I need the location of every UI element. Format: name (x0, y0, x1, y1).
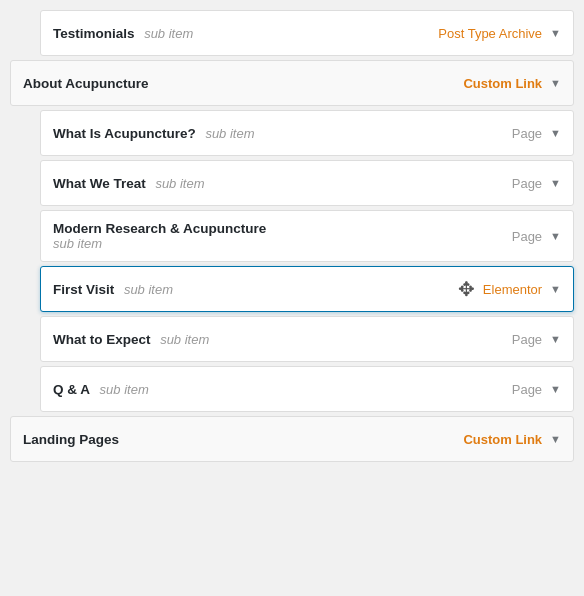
item-label: sub item (152, 176, 205, 191)
item-label: sub item (141, 26, 194, 41)
menu-container: Testimonials sub item Post Type Archive … (10, 10, 574, 462)
menu-item-modern-research[interactable]: Modern Research & Acupuncture sub item P… (40, 210, 574, 262)
item-content: What Is Acupuncture? sub item Page ▼ (53, 126, 561, 141)
item-type: Elementor (483, 282, 542, 297)
item-label: sub item (157, 332, 210, 347)
item-type: Page (512, 382, 542, 397)
item-type: Page (512, 126, 542, 141)
item-title: Testimonials (53, 26, 135, 41)
item-type: Custom Link (463, 76, 542, 91)
item-content: Testimonials sub item Post Type Archive … (53, 26, 561, 41)
chevron-down-icon[interactable]: ▼ (550, 333, 561, 345)
item-type: Custom Link (463, 432, 542, 447)
item-content: Modern Research & Acupuncture sub item P… (53, 221, 561, 251)
item-label: sub item (96, 382, 149, 397)
item-type: Post Type Archive (438, 26, 542, 41)
item-label: sub item (120, 282, 173, 297)
menu-item-testimonials[interactable]: Testimonials sub item Post Type Archive … (40, 10, 574, 56)
item-title: What to Expect (53, 332, 151, 347)
item-title: About Acupuncture (23, 76, 149, 91)
item-title: Landing Pages (23, 432, 119, 447)
item-content: Landing Pages Custom Link ▼ (23, 432, 561, 447)
chevron-down-icon[interactable]: ▼ (550, 127, 561, 139)
chevron-down-icon[interactable]: ▼ (550, 27, 561, 39)
item-content: Q & A sub item Page ▼ (53, 382, 561, 397)
item-label: sub item (53, 236, 102, 251)
menu-item-what-to-expect[interactable]: What to Expect sub item Page ▼ (40, 316, 574, 362)
menu-item-what-is-acupuncture[interactable]: What Is Acupuncture? sub item Page ▼ (40, 110, 574, 156)
menu-item-qa[interactable]: Q & A sub item Page ▼ (40, 366, 574, 412)
item-title: Q & A (53, 382, 90, 397)
item-content: First Visit sub item ✥ Elementor ▼ (53, 277, 561, 301)
item-type: Page (512, 176, 542, 191)
item-content: What to Expect sub item Page ▼ (53, 332, 561, 347)
menu-item-what-we-treat[interactable]: What We Treat sub item Page ▼ (40, 160, 574, 206)
menu-item-landing-pages[interactable]: Landing Pages Custom Link ▼ (10, 416, 574, 462)
chevron-down-icon[interactable]: ▼ (550, 177, 561, 189)
item-title: First Visit (53, 282, 114, 297)
item-type: Page (512, 229, 542, 244)
item-content: What We Treat sub item Page ▼ (53, 176, 561, 191)
chevron-down-icon[interactable]: ▼ (550, 433, 561, 445)
chevron-down-icon[interactable]: ▼ (550, 383, 561, 395)
item-title: What We Treat (53, 176, 146, 191)
chevron-down-icon[interactable]: ▼ (550, 283, 561, 295)
item-content: About Acupuncture Custom Link ▼ (23, 76, 561, 91)
menu-item-about-acupuncture[interactable]: About Acupuncture Custom Link ▼ (10, 60, 574, 106)
drag-handle-icon[interactable]: ✥ (458, 277, 475, 301)
chevron-down-icon[interactable]: ▼ (550, 230, 561, 242)
item-label: sub item (202, 126, 255, 141)
item-type: Page (512, 332, 542, 347)
chevron-down-icon[interactable]: ▼ (550, 77, 561, 89)
item-title: What Is Acupuncture? (53, 126, 196, 141)
menu-item-first-visit[interactable]: First Visit sub item ✥ Elementor ▼ (40, 266, 574, 312)
item-title: Modern Research & Acupuncture (53, 221, 266, 236)
